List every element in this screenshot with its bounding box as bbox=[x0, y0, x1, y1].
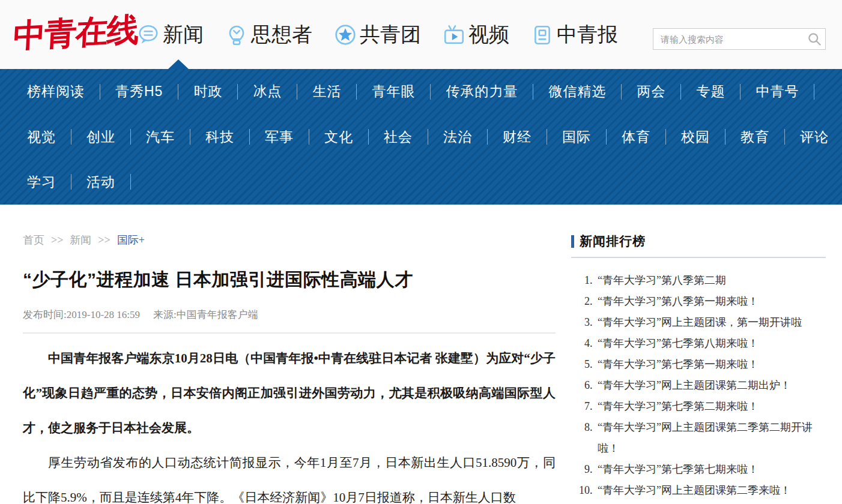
category-link[interactable]: 传承的力量 bbox=[431, 82, 533, 101]
category-link[interactable]: 汽车 bbox=[131, 128, 190, 146]
star-circle-icon bbox=[334, 23, 357, 46]
ranking-title: 新闻排行榜 bbox=[580, 233, 646, 250]
nav-label: 新闻 bbox=[163, 21, 204, 49]
site-header: 中青在线 新闻 思想者 bbox=[0, 0, 842, 69]
category-link[interactable]: 时政 bbox=[178, 82, 237, 101]
ranking-item[interactable]: “青年大学习”网上主题团课第二期出炉！ bbox=[595, 375, 826, 396]
category-link[interactable]: 评论 bbox=[785, 128, 842, 146]
category-link[interactable]: 财经 bbox=[488, 128, 547, 146]
ranking-item[interactable]: “青年大学习”网上主题团课第二季第二期开讲啦！ bbox=[595, 417, 826, 459]
divider bbox=[23, 332, 556, 334]
category-cell: 科技 bbox=[190, 128, 250, 146]
publish-time: 发布时间:2019-10-28 16:59 bbox=[23, 308, 140, 322]
lightbulb-icon bbox=[225, 23, 248, 46]
search-icon bbox=[807, 31, 822, 47]
ranking-item[interactable]: “青年大学习”第七季第八期来啦！ bbox=[595, 333, 826, 354]
nav-item-news[interactable]: 新闻 bbox=[137, 21, 204, 49]
category-link[interactable]: 学习 bbox=[12, 173, 71, 191]
ranking-item[interactable]: “青年大学习”第八季第二期 bbox=[595, 270, 826, 291]
category-link[interactable]: 榜样阅读 bbox=[12, 82, 100, 101]
category-link[interactable]: 社会 bbox=[369, 128, 428, 146]
category-link[interactable]: 教育 bbox=[725, 128, 784, 146]
nav-item-league[interactable]: 共青团 bbox=[334, 21, 421, 49]
ranking-item[interactable]: “青年大学习”第七季第七期来啦！ bbox=[595, 459, 826, 480]
category-link[interactable]: 生活 bbox=[297, 82, 356, 101]
category-cell: 体育 bbox=[607, 128, 666, 146]
breadcrumb-separator: >> bbox=[98, 234, 110, 247]
category-cell: 榜样阅读 bbox=[12, 82, 100, 101]
category-cell: 社会 bbox=[369, 128, 428, 146]
category-cell: 校园 bbox=[666, 128, 725, 146]
search-button[interactable] bbox=[805, 30, 823, 48]
news-ranking-list: “青年大学习”第八季第二期 “青年大学习”第八季第一期来啦！ “青年大学习”网上… bbox=[571, 270, 826, 501]
ranking-item[interactable]: “青年大学习”网上主题团课第二季来啦！ bbox=[595, 480, 826, 501]
category-link[interactable]: 文化 bbox=[309, 128, 368, 146]
category-row-1: 榜样阅读 青秀H5 时政 冰点 生活 青 bbox=[12, 69, 842, 114]
category-link[interactable]: 法治 bbox=[428, 128, 487, 146]
page-content: 首页 >> 新闻 >> 国际+ “少子化”进程加速 日本加强引进国际性高端人才 … bbox=[0, 205, 842, 504]
category-link[interactable]: 专题 bbox=[681, 82, 740, 101]
ranking-item[interactable]: “青年大学习”第八季第一期来啦！ bbox=[595, 291, 826, 312]
category-cell: 军事 bbox=[250, 128, 309, 146]
category-link[interactable]: 科技 bbox=[190, 128, 249, 146]
site-logo[interactable]: 中青在线 bbox=[12, 0, 140, 64]
article-body: 中国青年报客户端东京10月28日电（中国青年报•中青在线驻日本记者 张建墅）为应… bbox=[23, 341, 556, 504]
category-link[interactable]: 中青号 bbox=[741, 82, 814, 101]
category-cell: 国际 bbox=[547, 128, 607, 146]
article-paragraph: 厚生劳动省发布的人口动态统计简报显示，今年1月至7月，日本新出生人口51.859… bbox=[23, 445, 556, 504]
category-cell: 财经 bbox=[488, 128, 547, 146]
search-input[interactable] bbox=[653, 28, 826, 50]
category-cell: 青年眼 bbox=[357, 82, 431, 101]
active-tab-pointer bbox=[168, 59, 189, 69]
category-link[interactable]: 冰点 bbox=[238, 82, 297, 101]
article-title: “少子化”进程加速 日本加强引进国际性高端人才 bbox=[23, 268, 556, 292]
category-row-3: 学习 活动 bbox=[12, 160, 842, 205]
article-paragraph: 中国青年报客户端东京10月28日电（中国青年报•中青在线驻日本记者 张建墅）为应… bbox=[23, 341, 556, 445]
category-link[interactable]: 视觉 bbox=[12, 128, 71, 146]
category-cell: 两会 bbox=[622, 82, 681, 101]
breadcrumb: 首页 >> 新闻 >> 国际+ bbox=[23, 233, 556, 247]
category-cell: 教育 bbox=[725, 128, 785, 146]
category-link[interactable]: 活动 bbox=[71, 173, 130, 191]
category-cell: 青秀H5 bbox=[100, 82, 178, 101]
speech-bubble-icon bbox=[137, 23, 160, 46]
category-link[interactable]: 国际 bbox=[547, 128, 606, 146]
news-ranking-sidebar: 新闻排行榜 “青年大学习”第八季第二期 “青年大学习”第八季第一期来啦！ “青年… bbox=[571, 205, 826, 504]
ranking-item[interactable]: “青年大学习”第七季第二期来啦！ bbox=[595, 396, 826, 417]
category-link[interactable]: 青年眼 bbox=[357, 82, 430, 101]
category-cell: 法治 bbox=[428, 128, 488, 146]
breadcrumb-separator: >> bbox=[51, 234, 63, 247]
category-link[interactable]: 军事 bbox=[250, 128, 309, 146]
category-link[interactable]: 创业 bbox=[71, 128, 130, 146]
article-meta: 发布时间:2019-10-28 16:59 来源:中国青年报客户端 bbox=[23, 308, 556, 322]
category-cell: 传承的力量 bbox=[431, 82, 533, 101]
nav-item-video[interactable]: 视频 bbox=[443, 21, 509, 49]
category-row-2: 视觉 创业 汽车 科技 军事 文化 bbox=[12, 115, 842, 160]
ranking-item[interactable]: “青年大学习”第七季第一期来啦！ bbox=[595, 354, 826, 375]
category-cell: 生活 bbox=[297, 82, 357, 101]
divider bbox=[814, 84, 814, 100]
category-link[interactable]: 校园 bbox=[666, 128, 725, 146]
category-cell: 时政 bbox=[178, 82, 238, 101]
breadcrumb-news[interactable]: 新闻 bbox=[70, 233, 91, 247]
category-link[interactable]: 两会 bbox=[622, 82, 680, 101]
category-link[interactable]: 体育 bbox=[607, 128, 665, 146]
breadcrumb-home[interactable]: 首页 bbox=[23, 233, 44, 247]
category-cell: 学习 bbox=[12, 173, 71, 191]
nav-item-thinker[interactable]: 思想者 bbox=[225, 21, 312, 49]
category-cell: 评论 bbox=[785, 128, 842, 146]
category-link[interactable]: 微信精选 bbox=[533, 82, 621, 101]
category-cell: 冰点 bbox=[238, 82, 297, 101]
nav-item-paper[interactable]: 中青报 bbox=[531, 21, 618, 49]
newspaper-icon bbox=[531, 23, 554, 46]
nav-label: 中青报 bbox=[557, 21, 618, 49]
breadcrumb-current[interactable]: 国际+ bbox=[117, 233, 145, 247]
category-link[interactable]: 青秀H5 bbox=[100, 82, 178, 101]
nav-label: 思想者 bbox=[251, 21, 312, 49]
category-cell: 微信精选 bbox=[533, 82, 622, 101]
ranking-item[interactable]: “青年大学习”网上主题团课，第一期开讲啦 bbox=[595, 312, 826, 333]
tv-icon bbox=[443, 23, 465, 46]
nav-label: 视频 bbox=[468, 21, 509, 49]
article-source: 来源:中国青年报客户端 bbox=[153, 308, 258, 322]
category-cell: 中青号 bbox=[741, 82, 814, 101]
